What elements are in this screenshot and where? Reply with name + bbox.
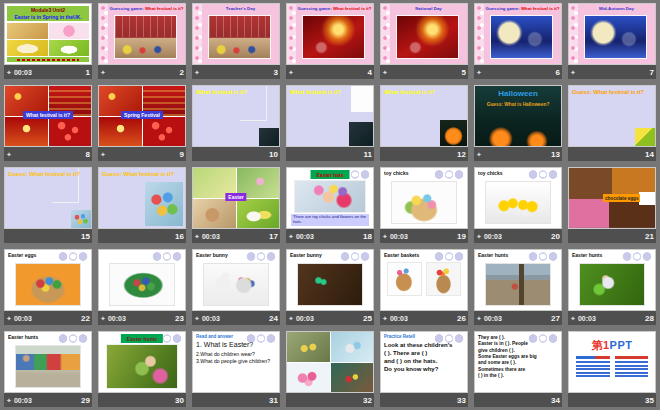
slide-cell-32[interactable]: 32	[286, 331, 374, 407]
slide-thumbnail[interactable]: What festival is it?	[286, 85, 374, 147]
slide-thumbnail[interactable]	[98, 249, 186, 311]
slide-thumbnail[interactable]: Teacher's Day	[192, 3, 280, 65]
slide-thumbnail[interactable]: Spring Festival	[98, 85, 186, 147]
slide-cell-14[interactable]: Guess: What festival is it?14	[568, 85, 656, 161]
slide-cell-26[interactable]: Easter baskets✦00:0326	[380, 249, 468, 325]
question-text: What festival is it?	[290, 89, 371, 95]
slide-thumbnail[interactable]: They are ( ).Easter is in ( ). Peoplegiv…	[474, 331, 562, 393]
slide-photo	[114, 15, 177, 59]
slide-photo	[15, 263, 81, 306]
slide-thumbnail[interactable]: What festival is it?	[192, 85, 280, 147]
slide-thumbnail[interactable]: Guess: What festival is it?	[4, 167, 92, 229]
slide-cell-22[interactable]: Easter eggs✦00:0322	[4, 249, 92, 325]
slide-thumbnail[interactable]: Easter hunts	[568, 249, 656, 311]
slide-thumbnail[interactable]: Easter bunny	[286, 249, 374, 311]
slide-thumbnail[interactable]: Guess: What festival is it?	[98, 167, 186, 229]
slide-label: toy chicks	[478, 170, 502, 176]
slide-cell-28[interactable]: Easter hunts✦00:0328	[568, 249, 656, 325]
slide-thumbnail[interactable]: Read and answer1. What is Easter?2.What …	[192, 331, 280, 393]
slide-cell-27[interactable]: Easter hunts✦00:0327	[474, 249, 562, 325]
slide-cell-19[interactable]: toy chicks✦00:0319	[380, 167, 468, 243]
slide-cell-30[interactable]: Easter hunts30	[98, 331, 186, 407]
logo-text-block	[615, 356, 649, 386]
slide-number: 8	[86, 150, 90, 159]
slide-cell-1[interactable]: Module3 Unit2Easter is in Spring in theU…	[4, 3, 92, 79]
slide-cell-4[interactable]: Guessing game: What festival is it? ✦4	[286, 3, 374, 79]
slide-thumbnail[interactable]: Easter bunny	[192, 249, 280, 311]
slide-cell-23[interactable]: ✦00:0323	[98, 249, 186, 325]
slide-cell-33[interactable]: Practice RetellLook at these children's(…	[380, 331, 468, 407]
slide-thumbnail[interactable]: Guessing game: What festival is it?	[474, 3, 562, 65]
slide-meta-bar: 33	[380, 393, 468, 407]
slide-thumbnail[interactable]: Practice RetellLook at these children's(…	[380, 331, 468, 393]
slide-cell-6[interactable]: Guessing game: What festival is it? ✦6	[474, 3, 562, 79]
slide-cell-24[interactable]: Easter bunny✦00:0324	[192, 249, 280, 325]
slide-thumbnail[interactable]: Easter hunts	[4, 331, 92, 393]
slide-cell-20[interactable]: toy chicks✦00:0320	[474, 167, 562, 243]
slide-cell-35[interactable]: 第1PPT35	[568, 331, 656, 407]
slide-thumbnail[interactable]: Guess: What festival is it?	[568, 85, 656, 147]
slide-thumbnail[interactable]	[286, 331, 374, 393]
slide-cell-7[interactable]: Mid-Autumn Day ✦7	[568, 3, 656, 79]
slide-thumbnail[interactable]: chocolate eggs	[568, 167, 656, 229]
slide-number: 12	[457, 150, 466, 159]
slide-thumbnail[interactable]: Mid-Autumn Day	[568, 3, 656, 65]
slide-meta-bar: ✦00:0326	[380, 311, 468, 325]
slide-cell-17[interactable]: Easter✦00:0317	[192, 167, 280, 243]
slide-meta-bar: ✦00:0325	[286, 311, 374, 325]
slide-subtitle: Guess: What is Halloween?	[475, 102, 561, 107]
slide-cell-8[interactable]: What festival is it?✦8	[4, 85, 92, 161]
slide-cell-29[interactable]: Easter hunts✦00:0329	[4, 331, 92, 407]
transition-star-icon: ✦	[288, 233, 294, 240]
slide-thumbnail[interactable]: 第1PPT	[568, 331, 656, 393]
transition-star-icon: ✦	[476, 315, 482, 322]
slide-thumbnail[interactable]: Easter hunts	[98, 331, 186, 393]
slide-thumbnail[interactable]: Easter hatsThere are toy chicks and flow…	[286, 167, 374, 229]
slide-cell-21[interactable]: chocolate eggs21	[568, 167, 656, 243]
slide-thumbnail[interactable]: Easter hunts	[474, 249, 562, 311]
slide-cell-3[interactable]: Teacher's Day ✦3	[192, 3, 280, 79]
slide-thumbnail[interactable]: toy chicks	[474, 167, 562, 229]
text-line: ( ) in the ( ).	[478, 373, 558, 379]
slide-number: 7	[650, 68, 654, 77]
slide-cell-5[interactable]: National Day ✦5	[380, 3, 468, 79]
transition-star-icon: ✦	[6, 397, 12, 404]
slide-cell-9[interactable]: Spring Festival✦9	[98, 85, 186, 161]
slide-photo	[485, 263, 551, 306]
slide-meta-left: ✦	[194, 69, 200, 76]
slide-thumbnail[interactable]: HalloweenGuess: What is Halloween?	[474, 85, 562, 147]
slide-thumbnail[interactable]: National Day	[380, 3, 468, 65]
slide-image	[331, 332, 374, 362]
slide-cell-10[interactable]: What festival is it?10	[192, 85, 280, 161]
slide-cell-31[interactable]: Read and answer1. What is Easter?2.What …	[192, 331, 280, 407]
slide-meta-left: ✦	[476, 69, 482, 76]
slide-cell-13[interactable]: HalloweenGuess: What is Halloween?✦13	[474, 85, 562, 161]
slide-thumbnail[interactable]: What festival is it?	[4, 85, 92, 147]
slide-thumbnail[interactable]: Guessing game: What festival is it?	[286, 3, 374, 65]
slide-thumbnail[interactable]: Guessing game: What festival is it?	[98, 3, 186, 65]
slide-thumbnail[interactable]: Easter eggs	[4, 249, 92, 311]
slide-meta-left: ✦00:03	[570, 315, 596, 322]
slide-cell-16[interactable]: Guess: What festival is it?16	[98, 167, 186, 243]
slide-thumbnail[interactable]: What festival is it?	[380, 85, 468, 147]
slide-cell-18[interactable]: Easter hatsThere are toy chicks and flow…	[286, 167, 374, 243]
slide-cell-25[interactable]: Easter bunny✦00:0325	[286, 249, 374, 325]
slide-meta-bar: 15	[4, 229, 92, 243]
brand-logo: 第1PPT	[569, 338, 655, 353]
slide-number: 17	[269, 232, 278, 241]
decorative-circles	[622, 252, 652, 261]
slide-cell-2[interactable]: Guessing game: What festival is it? ✦2	[98, 3, 186, 79]
slide-thumbnail[interactable]: Module3 Unit2Easter is in Spring in theU…	[4, 3, 92, 65]
slide-cell-11[interactable]: What festival is it?11	[286, 85, 374, 161]
text-line: 3.What do people give children?	[196, 358, 276, 366]
slide-thumbnail[interactable]: toy chicks	[380, 167, 468, 229]
slide-thumbnail[interactable]: Easter	[192, 167, 280, 229]
slide-cell-15[interactable]: Guess: What festival is it?15	[4, 167, 92, 243]
slide-thumbnail[interactable]: Easter baskets	[380, 249, 468, 311]
logo-text-header	[615, 356, 649, 359]
slide-cell-12[interactable]: What festival is it?12	[380, 85, 468, 161]
slide-cell-34[interactable]: They are ( ).Easter is in ( ). Peoplegiv…	[474, 331, 562, 407]
slide-number: 23	[175, 314, 184, 323]
transition-star-icon: ✦	[570, 315, 576, 322]
slide-number: 16	[175, 232, 184, 241]
